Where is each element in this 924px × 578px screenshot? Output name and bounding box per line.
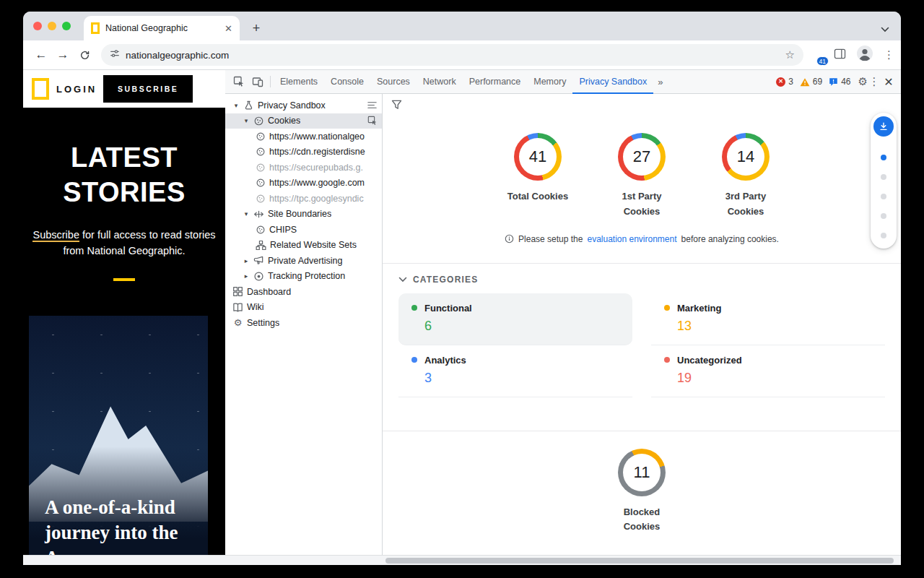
bookmark-star-icon[interactable]: ☆ [785,48,795,61]
devtools-menu-icon[interactable]: ⋮ [868,75,881,88]
zoom-window-button[interactable] [62,22,71,30]
uncategorized-dot [664,357,670,363]
chevron-down-icon[interactable]: ▾ [243,210,250,217]
devtools-close-icon[interactable]: ✕ [881,75,897,89]
address-bar[interactable]: nationalgeographic.com ☆ [101,44,803,66]
sidebar-item-cookies[interactable]: ▾ Cookies [225,113,382,129]
device-toolbar-icon[interactable] [248,72,267,91]
back-icon[interactable]: ← [30,44,52,66]
tab-search-chevron-icon[interactable] [881,22,889,35]
sidebar-item-wiki[interactable]: Wiki [225,300,382,316]
cookie-icon [256,147,266,157]
subscribe-link[interactable]: Subscribe [32,229,79,242]
category-analytics[interactable]: Analytics 3 [398,345,632,397]
category-functional[interactable]: Functional 6 [398,293,632,345]
collapse-panel-icon[interactable] [367,100,378,111]
sidebar-item-cookie-origin[interactable]: https://www.nationalgeo [225,129,382,144]
category-marketing[interactable]: Marketing 13 [651,293,885,345]
chevron-down-icon[interactable]: ▾ [232,102,240,109]
subscribe-button[interactable]: SUBSCRIBE [103,75,193,103]
story-title[interactable]: A one-of-a-kind journey into the Amazon [45,495,201,555]
tab-privacy-sandbox[interactable]: Privacy Sandbox [572,70,653,94]
section-dot[interactable] [881,174,886,180]
inspect-icon[interactable] [367,116,378,126]
sidebar-item-cookie-origin[interactable]: https://tpc.googlesyndic [225,191,382,207]
section-dot[interactable] [881,233,886,238]
tracking-protection-icon [253,271,264,282]
side-panel-icon[interactable] [834,48,846,62]
tab-elements[interactable]: Elements [274,70,324,94]
sidebar-item-related-website-sets[interactable]: Related Website Sets [225,238,382,254]
sidebar-item-chips[interactable]: CHIPS [225,222,382,238]
marketing-count: 13 [677,319,872,334]
login-link[interactable]: LOGIN [56,84,97,95]
browser-menu-icon[interactable]: ⋮ [884,48,891,61]
privacy-sandbox-icon [243,100,254,111]
profile-avatar[interactable] [856,45,873,65]
filter-icon[interactable] [391,100,402,113]
reload-icon[interactable] [74,44,95,66]
sidebar-item-tracking-protection[interactable]: ▸ Tracking Protection [225,269,382,285]
privacy-sandbox-sidebar: ▾ Privacy Sandbox ▾ Cookies [225,94,383,555]
categories-header[interactable]: CATEGORIES [383,264,901,293]
inspect-element-icon[interactable] [230,72,248,91]
site-settings-icon[interactable] [110,48,120,61]
evaluation-environment-link[interactable]: evaluation environment [587,234,676,244]
wiki-book-icon [232,302,243,313]
sidebar-item-site-boundaries[interactable]: ▾ Site Boundaries [225,207,382,223]
warning-counter[interactable]: 69 [800,77,822,87]
ng-favicon [91,22,100,34]
cookie-summary-charts: 41 Total Cookies 27 1st Party Cookies [383,94,901,220]
tab-console[interactable]: Console [324,70,370,94]
chevron-right-icon[interactable]: ▸ [243,257,250,264]
minimize-window-button[interactable] [48,22,56,30]
setup-info: Please setup the evaluation environment … [383,234,901,244]
section-dot[interactable] [881,194,886,199]
browser-toolbar: ← → nationalgeographic.com ☆ 41 [23,40,901,69]
sidebar-item-cookie-origin[interactable]: https://www.google.com [225,176,382,191]
section-dot[interactable] [881,213,886,219]
sidebar-item-settings[interactable]: ⚙ Settings [225,315,382,331]
horizontal-scrollbar[interactable] [385,558,894,564]
donut-chart: 11 [618,449,666,496]
donut-chart: 27 [618,133,666,181]
tab-sources[interactable]: Sources [370,70,417,94]
new-tab-button[interactable]: + [247,19,266,38]
issues-icon [829,77,838,87]
sidebar-item-privacy-sandbox[interactable]: ▾ Privacy Sandbox [225,98,382,113]
close-window-button[interactable] [33,22,42,30]
third-party-cookies-chart: 14 3rd Party Cookies [714,133,777,220]
error-icon: ✕ [776,77,785,87]
more-tabs-icon[interactable]: » [653,77,667,87]
devtools-body: ▾ Privacy Sandbox ▾ Cookies [225,94,901,555]
private-advertising-icon [253,255,264,266]
category-uncategorized[interactable]: Uncategorized 19 [651,345,885,397]
devtools-settings-icon[interactable]: ⚙ [858,75,868,88]
chevron-down-icon[interactable]: ▾ [243,117,250,124]
sidebar-item-cookie-origin[interactable]: https://securepubads.g. [225,160,382,176]
sidebar-item-private-advertising[interactable]: ▸ Private Advertising [225,253,382,269]
story-card[interactable]: A one-of-a-kind journey into the Amazon [29,316,208,555]
privacy-extension-icon[interactable]: 41 [809,48,824,62]
cookie-icon [256,131,266,142]
sidebar-item-cookie-origin[interactable]: https://cdn.registerdisne [225,144,382,160]
analytics-dot [411,357,417,363]
error-counter[interactable]: ✕ 3 [776,77,793,87]
analytics-count: 3 [424,371,619,386]
issues-counter[interactable]: 46 [829,77,850,87]
section-dot-active[interactable] [881,155,886,160]
tab-close-icon[interactable]: ✕ [225,23,232,34]
national-geographic-logo[interactable] [32,78,49,100]
forward-icon[interactable]: → [52,44,74,66]
download-report-button[interactable] [873,116,894,137]
tab-memory[interactable]: Memory [527,70,572,94]
tab-performance[interactable]: Performance [463,70,528,94]
tab-network[interactable]: Network [417,70,463,94]
sidebar-item-dashboard[interactable]: Dashboard [225,284,382,300]
browser-tab[interactable]: National Geographic ✕ [84,16,240,40]
hero-subtitle: Subscribe for full access to read storie… [32,227,216,259]
webpage-pane: LOGIN SUBSCRIBE LATEST STORIES Subscribe… [23,70,225,555]
chevron-right-icon[interactable]: ▸ [243,272,250,280]
yellow-divider [113,278,135,281]
devtools-toolbar: Elements Console Sources Network Perform… [225,70,901,94]
